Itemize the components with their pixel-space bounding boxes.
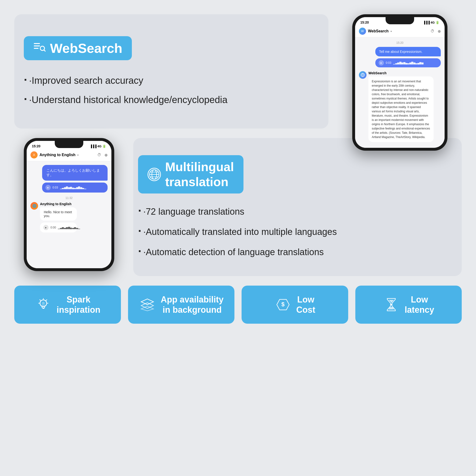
jp-voice: ▶ 0:03 ▁▃▅▇▅▆▄▃▅▇▅▃▁ [42, 183, 108, 192]
layers-icon [139, 296, 156, 313]
phone-notch [386, 17, 414, 24]
footer: Spark inspiration App availability in ba… [0, 286, 476, 338]
app-label: App availability in background [161, 294, 223, 315]
svg-rect-1 [34, 46, 40, 46]
websearch-icon [33, 42, 46, 54]
signal-icons-2: ▐▐▐ 4G 🔋 [90, 144, 106, 148]
chat-header: W WebSearch ▾ ⏱ ⊕ [355, 26, 444, 37]
translation-features: ·72 language translations ·Automatically… [138, 203, 452, 259]
svg-line-4 [44, 50, 46, 51]
dropdown-arrow-2: ▾ [77, 154, 79, 156]
play-btn-jp[interactable]: ▶ [46, 185, 51, 190]
chat-header-left: W WebSearch ▾ [359, 28, 392, 35]
signal-icons: ▐▐▐ 4G 🔋 [423, 21, 439, 24]
add-icon-2[interactable]: ⊕ [104, 153, 108, 157]
waveform-jp: ▁▃▅▇▅▆▄▃▅▇▅▃▁ [60, 186, 86, 189]
voice-time-en: 0:00 [51, 226, 56, 229]
translation-feature-1: ·72 language translations [138, 203, 452, 219]
cost-label: Low Cost [296, 294, 315, 315]
play-btn-en[interactable]: ▶ [43, 225, 49, 230]
svg-text:$: $ [281, 301, 285, 307]
bot-response-row: WebSearch Expressionism is an art moveme… [359, 71, 441, 142]
bot-content: WebSearch Expressionism is an art moveme… [368, 71, 441, 142]
dropdown-arrow: ▾ [391, 30, 392, 33]
jp-message: こんにちは。よろしくお願いします。 [42, 165, 108, 181]
latency-label: Low latency [405, 294, 434, 315]
svg-rect-0 [34, 43, 40, 44]
waveform-en: ▁▃▅▃▅▆▄▃▅▃▁ [58, 226, 80, 229]
footer-card-cost: $ Low Cost [241, 286, 348, 324]
spark-label: Spark inspiration [57, 294, 101, 315]
phone-websearch-panel: 15:20 ▐▐▐ 4G 🔋 W WebSearch ▾ ⏱ ⊕ [338, 14, 462, 129]
history-icon[interactable]: ⏱ [430, 29, 434, 34]
anything-avatar: 🌐 [31, 202, 38, 210]
chat-body: 15:20 Tell me about Expressionism. ▶ 0:0… [355, 37, 444, 148]
globe-icon [148, 168, 161, 181]
chat-timestamp: 15:20 [359, 41, 441, 45]
user-voice-message: ▶ 0:03 ▁▃▅▇▅▆▄▃▅▇▅▃▄▆▅ [375, 58, 441, 67]
chat-avatar-2: A [31, 151, 38, 158]
websearch-features: ·Improved search accuracy ·Understand hi… [24, 72, 324, 107]
svg-point-24 [391, 304, 392, 305]
waveform: ▁▃▅▇▅▆▄▃▅▇▅▃▄▆▅ [393, 61, 424, 65]
phone-notch-2 [55, 141, 83, 148]
voice-time-jp: 0:03 [52, 186, 58, 189]
add-icon[interactable]: ⊕ [438, 29, 441, 34]
user-message: Tell me about Expressionism. [375, 47, 441, 56]
anything-name: Anything to English [40, 202, 71, 206]
phone-time: 15:20 [360, 20, 369, 24]
bot-name: WebSearch [368, 71, 441, 75]
footer-card-latency: Low latency [355, 286, 462, 324]
phone-mockup-2: 15:20 ▐▐▐ 4G 🔋 A Anything to English ▾ ⏱… [24, 138, 114, 271]
chat-header-2: A Anything to English ▾ ⏱ ⊕ [27, 150, 111, 161]
websearch-title: WebSearch [50, 40, 122, 56]
en-voice: ▶ 0:00 ▁▃▅▃▅▆▄▃▅▃▁ [40, 222, 77, 233]
chat-header-actions-2: ⏱ ⊕ [97, 153, 108, 157]
phone-mockup-1: 15:20 ▐▐▐ 4G 🔋 W WebSearch ▾ ⏱ ⊕ [352, 14, 447, 151]
phone-time-2: 15:20 [32, 144, 40, 148]
chat-avatar: W [359, 28, 366, 35]
translation-badge: Multilingual translation [138, 155, 243, 193]
anything-content: Anything to English Hello. Nice to meet … [40, 202, 84, 233]
anything-response-row: 🌐 Anything to English Hello. Nice to mee… [31, 202, 108, 233]
translation-feature-3: ·Automatic detection of language transla… [138, 243, 452, 259]
translation-title: Multilingual translation [165, 159, 234, 189]
footer-card-spark: Spark inspiration [14, 286, 121, 324]
chat-header-left-2: A Anything to English ▾ [31, 151, 79, 158]
chat-name-2: Anything to English [39, 153, 75, 157]
translation-panel: Multilingual translation ·72 language tr… [133, 138, 462, 276]
phone-screen-1: 15:20 ▐▐▐ 4G 🔋 W WebSearch ▾ ⏱ ⊕ [355, 17, 444, 148]
svg-point-18 [42, 302, 45, 305]
websearch-panel: WebSearch ·Improved search accuracy ·Und… [14, 14, 328, 129]
chat-timestamp-2: 11:32 [31, 196, 108, 200]
footer-card-app: App availability in background [128, 286, 235, 324]
history-icon-2[interactable]: ⏱ [97, 153, 101, 157]
chat-body-2: こんにちは。よろしくお願いします。 ▶ 0:03 ▁▃▅▇▅▆▄▃▅▇▅▃▁ 1… [27, 161, 111, 268]
bot-avatar [359, 71, 367, 79]
lightbulb-icon [35, 296, 52, 313]
phone-screen-2: 15:20 ▐▐▐ 4G 🔋 A Anything to English ▾ ⏱… [27, 141, 111, 268]
play-button[interactable]: ▶ [379, 60, 384, 66]
websearch-badge: WebSearch [24, 36, 132, 60]
bot-bubble: Expressionism is an art movement that em… [368, 76, 434, 142]
chat-header-actions: ⏱ ⊕ [430, 29, 441, 34]
phone-translation-panel: 15:20 ▐▐▐ 4G 🔋 A Anything to English ▾ ⏱… [14, 138, 124, 276]
chat-name: WebSearch [368, 29, 389, 33]
cost-icon: $ [274, 296, 291, 313]
svg-marker-19 [141, 299, 153, 305]
svg-rect-2 [34, 48, 38, 49]
feature-item: ·Understand historical knowledge/encyclo… [24, 91, 324, 107]
svg-line-17 [46, 300, 47, 300]
feature-item: ·Improved search accuracy [24, 72, 324, 87]
voice-time: 0:03 [386, 61, 391, 65]
svg-line-16 [40, 300, 40, 300]
hourglass-icon [383, 296, 400, 313]
translation-feature-2: ·Automatically translated into multiple … [138, 223, 452, 239]
svg-marker-20 [141, 303, 153, 308]
en-message: Hello. Nice to meet you. [40, 207, 77, 221]
anything-name-row: Anything to English [40, 202, 84, 206]
